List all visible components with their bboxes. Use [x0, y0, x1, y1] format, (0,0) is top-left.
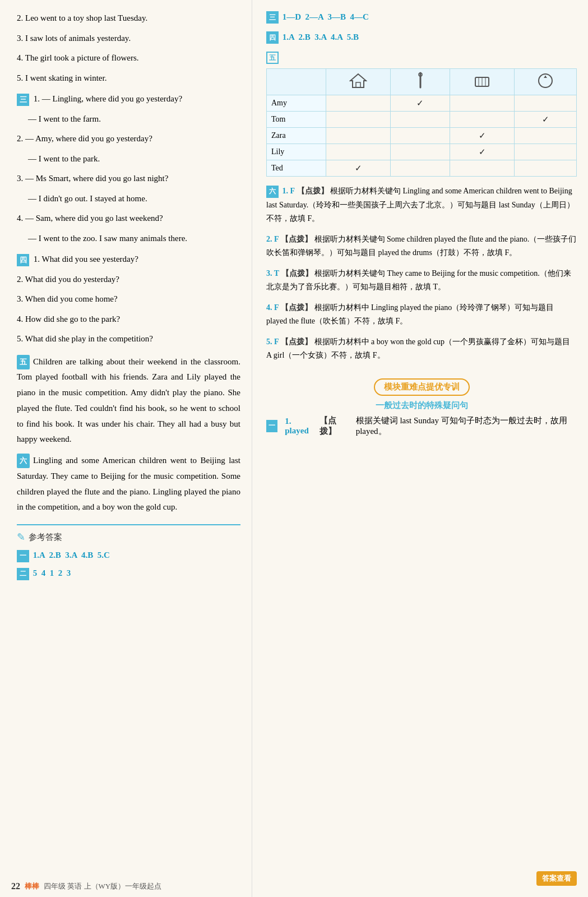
section-four: 四 1. What did you see yesterday? 2. What… [17, 252, 240, 346]
exp-1: 六 1. F 【点拨】 根据听力材料关键句 Lingling and some … [266, 184, 577, 226]
item-4: 4. The girl took a picture of flowers. [17, 51, 240, 66]
bird-icon [473, 73, 491, 89]
right-column: 三 1—D 2—A 3—B 4—C 四 1.A 2.B 3.A 4.A 5.B … [252, 0, 588, 897]
s4-item-2: 2. What did you do yesterday? [17, 272, 240, 287]
r-si-text: 1.A 2.B 3.A 4.A 5.B [283, 33, 359, 41]
s4-item-3: 3. When did you come home? [17, 292, 240, 307]
module-yi-answer: 一 1. played 【点拨】 根据关键词 last Sunday 可知句子时… [266, 415, 577, 437]
r-liu-section: 六 1. F 【点拨】 根据听力材料关键句 Lingling and some … [266, 184, 577, 363]
table-col-pen [391, 69, 450, 95]
r-si-answers: 四 1.A 2.B 3.A 4.A 5.B [266, 31, 577, 44]
module-hint: 【点拨】 [320, 415, 350, 437]
qa-1-a: — I went to the farm. [17, 112, 240, 127]
check-lily-bird: ✓ [479, 147, 486, 156]
s4-item-5: 5. What did she play in the competition? [17, 332, 240, 346]
s4-item-4: 4. How did she go to the park? [17, 312, 240, 327]
section-three: 三 1. — Lingling, where did you go yester… [17, 92, 240, 246]
exp-2-hint: 【点拨】 [281, 235, 312, 243]
r-san-answers: 三 1—D 2—A 3—B 4—C [266, 11, 577, 24]
r-si-box: 四 [266, 31, 279, 44]
qa-1-q: 1. — Lingling, where did you go yesterda… [34, 94, 182, 103]
section-five-icon: 五 [17, 355, 30, 369]
watermark: 答案查看 [536, 871, 577, 886]
r-san-text: 1—D 2—A 3—B 4—C [283, 12, 369, 21]
r-liu-box: 六 [266, 186, 279, 198]
table-col-name [267, 69, 326, 95]
exp-2-text: 根据听力材料关键句 Some children played the flute… [266, 235, 576, 257]
exp-5-text: 根据听力材料中 a boy won the gold cup（一个男孩赢得了金杯… [266, 337, 570, 360]
exp-4-num: 4. F [266, 303, 279, 312]
exp-2: 2. F 【点拨】 根据听力材料关键句 Some children played… [266, 233, 577, 260]
qa-4-a: — I went to the zoo. I saw many animals … [17, 232, 240, 246]
name-ted: Ted [267, 160, 326, 177]
exp-1-hint: 【点拨】 [297, 187, 328, 195]
module-yi-box: 一 [266, 420, 277, 432]
module-subtitle: 一般过去时的特殊疑问句 [266, 400, 577, 411]
module-title: 模块重难点提优专训 [374, 378, 470, 396]
qa-2: 2. — Amy, where did you go yesterday? [17, 132, 240, 146]
svg-marker-0 [350, 74, 366, 87]
er-answer: 二 5 4 1 2 3 [17, 566, 240, 581]
check-amy-pen: ✓ [416, 99, 424, 108]
section-six-icon: 六 [17, 454, 30, 468]
section-six-para: 六Lingling and some American children wen… [17, 453, 240, 515]
table-row-ted: Ted ✓ [267, 160, 577, 177]
section-three-label: 三 [17, 94, 29, 106]
name-lily: Lily [267, 144, 326, 160]
exp-3-num: 3. T [266, 269, 279, 278]
section-five-left: 五Children are talking about their weeken… [17, 354, 240, 448]
answer-section: ✎ 参考答案 一 1.A 2.B 3.A 4.B 5.C 二 5 4 1 2 3 [17, 524, 240, 581]
page: 2. Leo went to a toy shop last Tuesday. … [0, 0, 588, 897]
section-four-label: 四 [17, 254, 29, 266]
table-col-house [326, 69, 390, 95]
pen-icon [413, 72, 428, 90]
table-row-tom: Tom ✓ [267, 112, 577, 128]
page-number: 22 [11, 881, 20, 891]
exp-1-num: 1. F [283, 187, 295, 195]
exp-4-hint: 【点拨】 [281, 303, 312, 312]
table-row-amy: Amy ✓ [267, 95, 577, 112]
table-col-bird [450, 69, 515, 95]
name-tom: Tom [267, 112, 326, 128]
exp-5-hint: 【点拨】 [281, 337, 312, 346]
check-zara-bird: ✓ [479, 131, 486, 140]
yi-answer: 一 1.A 2.B 3.A 4.B 5.C [17, 548, 240, 563]
name-amy: Amy [267, 95, 326, 112]
section-five-para: 五Children are talking about their weeken… [17, 354, 240, 448]
left-column: 2. Leo went to a toy shop last Tuesday. … [0, 0, 252, 897]
exp-4: 4. F 【点拨】 根据听力材料中 Lingling played the pi… [266, 301, 577, 329]
exp-5-num: 5. F [266, 337, 279, 346]
exp-3: 3. T 【点拨】 根据听力材料关键句 They came to Beijing… [266, 267, 577, 294]
answer-title: ✎ 参考答案 [17, 531, 240, 543]
er-box: 二 [17, 568, 29, 580]
table-row-lily: Lily ✓ [267, 144, 577, 160]
r-wu-label: 五 [266, 52, 279, 64]
qa-3-a: — I didn't go out. I stayed at home. [17, 192, 240, 206]
qa-3: 3. — Ms Smart, where did you go last nig… [17, 172, 240, 186]
module-section: 模块重难点提优专训 一般过去时的特殊疑问句 [266, 371, 577, 411]
page-bottom: 22 棒棒 四年级 英语 上（WY版）一年级起点 [11, 881, 161, 891]
football-icon [537, 72, 554, 89]
exp-5: 5. F 【点拨】 根据听力材料中 a boy won the gold cup… [266, 335, 577, 363]
item-2: 2. Leo went to a toy shop last Tuesday. [17, 11, 240, 26]
qa-2-a: — I went to the park. [17, 152, 240, 167]
played-answer: 1. played [285, 417, 314, 436]
book-title: 四年级 英语 上（WY版）一年级起点 [44, 881, 161, 891]
module-yi-text: 根据关键词 last Sunday 可知句子时态为一般过去时，故用 played… [356, 415, 577, 437]
exp-2-num: 2. F [266, 235, 279, 243]
item-5: 5. I went skating in winter. [17, 71, 240, 86]
house-icon [349, 73, 367, 89]
r-wu-section: 五 [266, 52, 577, 177]
wu-table: Amy ✓ Tom ✓ Zara [266, 68, 577, 177]
pencil-icon: ✎ [17, 531, 25, 543]
item-3: 3. I saw lots of animals yesterday. [17, 31, 240, 46]
name-zara: Zara [267, 128, 326, 144]
svg-rect-1 [356, 82, 360, 87]
r-san-box: 三 [266, 11, 279, 24]
table-row-zara: Zara ✓ [267, 128, 577, 144]
s4-item-1: 四 1. What did you see yesterday? [17, 252, 240, 267]
section-six-left: 六Lingling and some American children wen… [17, 453, 240, 515]
qa-1: 三 1. — Lingling, where did you go yester… [17, 92, 240, 107]
brand-name: 棒棒 [25, 881, 39, 891]
table-col-football [515, 69, 577, 95]
